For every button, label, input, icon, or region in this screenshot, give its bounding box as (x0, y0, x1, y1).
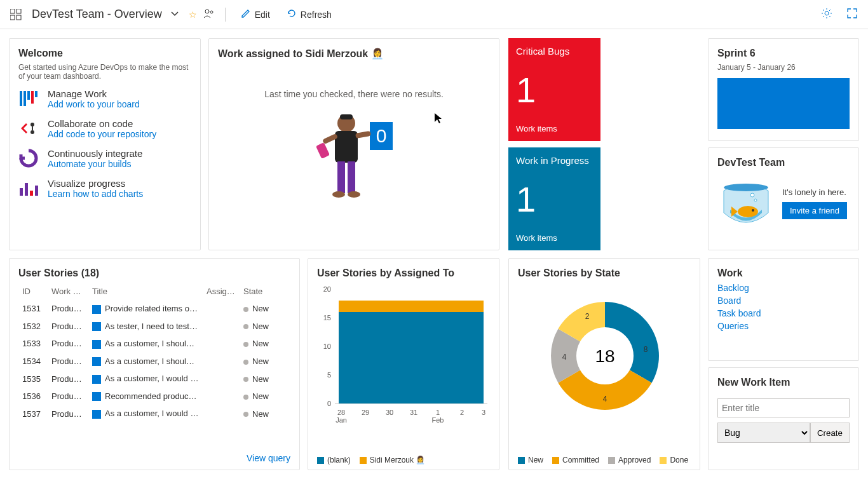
col-id[interactable]: ID (18, 283, 48, 300)
legend-item[interactable]: Committed (552, 456, 599, 464)
critical-bugs-tile[interactable]: Critical Bugs 1 Work items (508, 38, 600, 141)
edit-label: Edit (255, 10, 270, 20)
work-item-icon (92, 410, 101, 419)
gear-icon[interactable] (821, 8, 832, 21)
dashboard-icon[interactable] (10, 9, 22, 20)
svg-rect-23 (355, 131, 371, 139)
svg-point-27 (332, 191, 345, 198)
svg-text:4: 4 (562, 353, 567, 362)
assigned-title: Work assigned to Sidi Merzouk 👩‍💼 (218, 48, 490, 60)
welcome-title: Welcome (18, 48, 191, 59)
welcome-item-link[interactable]: Add code to your repository (48, 129, 156, 139)
sprint-title: Sprint 6 (717, 48, 850, 59)
legend-item[interactable]: (blank) (317, 456, 351, 464)
col-state[interactable]: State (240, 283, 278, 300)
svg-point-32 (754, 199, 757, 201)
table-row[interactable]: 1536Produ…Recommended products…New (18, 388, 278, 405)
table-row[interactable]: 1532Produ…As tester, I need to test t…Ne… (18, 318, 278, 336)
work-item-icon (92, 357, 101, 366)
star-icon[interactable]: ☆ (189, 10, 197, 20)
chart-title: User Stories by Assigned To (317, 268, 490, 279)
svg-rect-15 (25, 183, 28, 196)
team-lonely-text: It's lonely in here. (782, 187, 847, 197)
tile-title: Work in Progress (516, 155, 593, 166)
dashboard: Welcome Get started using Azure DevOps t… (0, 29, 868, 488)
svg-rect-25 (337, 161, 345, 193)
svg-rect-2 (10, 15, 15, 20)
welcome-item-link[interactable]: Automate your builds (48, 159, 142, 169)
svg-rect-41 (339, 301, 484, 312)
svg-rect-10 (31, 91, 34, 104)
welcome-subtitle: Get started using Azure DevOps to make t… (18, 63, 191, 81)
svg-rect-8 (24, 91, 26, 106)
svg-rect-26 (348, 161, 355, 193)
svg-text:3: 3 (482, 409, 485, 416)
svg-rect-3 (17, 15, 21, 20)
legend-item[interactable]: Approved (608, 456, 651, 464)
tile-number: 1 (516, 72, 593, 108)
work-link[interactable]: Board (717, 295, 850, 306)
legend-item[interactable]: New (518, 456, 543, 464)
new-work-item-widget: New Work Item Bug Create (708, 367, 859, 470)
donut-center: 18 (595, 346, 614, 366)
team-members-icon[interactable] (203, 8, 215, 21)
donut-chart: 18 8 4 4 2 (518, 283, 692, 435)
refresh-button[interactable]: Refresh (281, 6, 337, 23)
welcome-item-link[interactable]: Learn how to add charts (48, 189, 143, 199)
sprint-widget[interactable]: Sprint 6 January 5 - January 26 (708, 38, 859, 141)
legend-label: Approved (618, 456, 651, 464)
legend-item[interactable]: Done (660, 456, 688, 464)
svg-text:2: 2 (585, 312, 590, 321)
col-assigned[interactable]: Assig… (203, 283, 240, 300)
svg-text:29: 29 (362, 409, 369, 416)
create-button[interactable]: Create (810, 423, 850, 443)
svg-rect-1 (17, 9, 21, 13)
welcome-item-link[interactable]: Add work to your board (48, 99, 140, 109)
work-link[interactable]: Task board (717, 308, 850, 318)
welcome-item-title: Visualize progress (48, 178, 143, 189)
legend-label: Sidi Merzouk 👩‍💼 (370, 456, 426, 464)
divider (225, 8, 226, 22)
chevron-down-icon[interactable] (171, 10, 179, 20)
legend-swatch (360, 457, 367, 464)
fullscreen-icon[interactable] (846, 8, 858, 21)
svg-point-33 (750, 193, 754, 197)
work-item-icon (92, 322, 101, 331)
welcome-icon (18, 118, 39, 139)
svg-point-5 (210, 11, 213, 13)
stories-title: User Stories (18) (18, 268, 278, 279)
view-query-link[interactable]: View query (247, 453, 290, 463)
sprint-range: January 5 - January 26 (717, 63, 850, 72)
work-link[interactable]: Queries (717, 321, 850, 331)
state-dot-icon (243, 412, 248, 417)
legend-label: (blank) (327, 456, 351, 464)
edit-button[interactable]: Edit (236, 6, 275, 23)
table-row[interactable]: 1534Produ…As a customer, I should …New (18, 353, 278, 370)
burndown-chart (717, 78, 850, 129)
svg-text:1: 1 (436, 409, 440, 416)
col-wit[interactable]: Work … (48, 283, 88, 300)
svg-text:20: 20 (323, 285, 331, 293)
team-title: DevTest Team (717, 157, 850, 168)
newitem-type-select[interactable]: Bug (717, 423, 810, 443)
invite-friend-button[interactable]: Invite a friend (782, 202, 847, 219)
table-row[interactable]: 1533Produ…As a customer, I should …New (18, 335, 278, 353)
legend-item[interactable]: Sidi Merzouk 👩‍💼 (360, 456, 426, 464)
dashboard-title[interactable]: DevTest Team - Overview (32, 8, 162, 21)
table-row[interactable]: 1537Produ…As a customer, I would li…New (18, 405, 278, 423)
welcome-item-title: Manage Work (48, 88, 140, 99)
col-title[interactable]: Title (88, 283, 203, 300)
table-row[interactable]: 1535Produ…As a customer, I would li…New (18, 370, 278, 388)
newitem-title-input[interactable] (717, 398, 850, 417)
table-row[interactable]: 1531Produ…Provide related items or …New (18, 300, 278, 318)
state-dot-icon (243, 395, 248, 400)
svg-text:Jan: Jan (336, 416, 347, 424)
work-item-icon (92, 305, 101, 314)
work-in-progress-tile[interactable]: Work in Progress 1 Work items (508, 147, 600, 250)
svg-point-31 (752, 209, 754, 212)
tile-title: Critical Bugs (516, 46, 593, 57)
svg-rect-11 (35, 91, 37, 97)
welcome-icon (18, 178, 39, 198)
work-link[interactable]: Backlog (717, 283, 850, 293)
svg-text:2: 2 (460, 409, 464, 416)
